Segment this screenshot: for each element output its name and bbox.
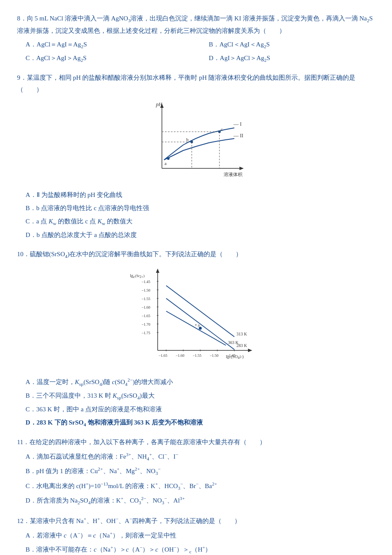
q10-option-a: A．温度一定时，Ksp(SrSO4)随 c(SO42−)的增大而减小 [26, 376, 375, 388]
q9-options: A．Ⅱ 为盐酸稀释时的 pH 变化曲线 B．b 点溶液的导电性比 c 点溶液的导… [26, 189, 375, 241]
svg-text:— I: — I [233, 121, 242, 127]
svg-text:−1.50: −1.50 [141, 288, 150, 292]
question-10: 10．硫酸锶(SrSO4)在水中的沉淀溶解平衡曲线如下。下列说法正确的是（ ） … [17, 249, 375, 429]
svg-text:−1.50: −1.50 [210, 353, 219, 358]
q10-options: A．温度一定时，Ksp(SrSO4)随 c(SO42−)的增大而减小 B．三个不… [26, 376, 375, 429]
q11-option-d: D．所含溶质为 Na2SO4的溶液：K+、CO32−、NO3−、Al3+ [26, 494, 375, 507]
q8-text: 8．向 5 mL NaCl 溶液中滴入一滴 AgNO3溶液，出现白色沉淀，继续滴… [17, 13, 375, 37]
svg-text:−1.45: −1.45 [227, 353, 236, 358]
svg-text:−1.45: −1.45 [141, 280, 150, 284]
q8-option-d: D．AgI＞AgCl＞Ag2S [209, 52, 375, 64]
svg-text:363 K: 363 K [228, 340, 239, 345]
q10-chart: lgc(Sr2+) lgc(SO42-) −1.45 −1.50 −1.55 −… [17, 265, 375, 371]
svg-text:— II: — II [233, 133, 243, 139]
svg-text:b: b [186, 137, 189, 142]
q10-number: 10． [17, 251, 30, 257]
question-8: 8．向 5 mL NaCl 溶液中滴入一滴 AgNO3溶液，出现白色沉淀，继续滴… [17, 13, 375, 64]
q9-option-d: D．b 点酸的总浓度大于 a 点酸的总浓度 [26, 229, 375, 241]
svg-text:−1.60: −1.60 [176, 353, 184, 358]
svg-text:• a: • a [195, 323, 200, 327]
q9-text: 9．某温度下，相同 pH 的盐酸和醋酸溶液分别加水稀释，平衡时 pH 随溶液体积… [17, 72, 375, 96]
ksp-curve-svg: lgc(Sr2+) lgc(SO42-) −1.45 −1.50 −1.55 −… [128, 265, 264, 367]
svg-text:pH: pH [156, 101, 163, 107]
q10-option-c: C．363 K 时，图中 a 点对应的溶液是不饱和溶液 [26, 404, 375, 415]
q9-chart: pH 溶液体积 — I — II a b c [17, 100, 375, 185]
q8-option-a: A．AgCl＝AgI＝Ag2S [26, 39, 192, 51]
svg-text:−1.75: −1.75 [141, 331, 150, 335]
q11-option-a: A．滴加石蕊试液显红色的溶液：Fe3+、NH4+、Cl−、I− [26, 450, 375, 463]
q8-option-row-1: A．AgCl＝AgI＝Ag2S B．AgCl＜AgI＜Ag2S [26, 39, 375, 51]
svg-text:溶液体积: 溶液体积 [224, 172, 242, 177]
svg-marker-21 [248, 349, 252, 352]
q8-number: 8． [17, 15, 27, 22]
svg-line-50 [166, 311, 226, 345]
question-12: 12．某溶液中只含有 Na+、H+、OH−、A−四种离子，下列说法正确的是（ ）… [17, 515, 375, 555]
q11-text: 11．在给定的四种溶液中，加入以下各种离子，各离子能在原溶液中大量共存有（ ） [17, 436, 375, 448]
q8-options: A．AgCl＝AgI＝Ag2S B．AgCl＜AgI＜Ag2S C．AgCl＞A… [26, 39, 375, 65]
svg-text:−1.70: −1.70 [141, 322, 150, 327]
q10-option-b: B．三个不同温度中，313 K 时 Ksp(SrSO4)最大 [26, 390, 375, 402]
question-11: 11．在给定的四种溶液中，加入以下各种离子，各离子能在原溶液中大量共存有（ ） … [17, 436, 375, 507]
q8-option-row-2: C．AgCl＞AgI＞Ag2S D．AgI＞AgCl＞Ag2S [26, 52, 375, 64]
svg-text:313 K: 313 K [236, 332, 248, 336]
q12-options: A．若溶液中 c（A−）＝c（Na+），则溶液一定呈中性 B．溶液中不可能存在：… [26, 529, 375, 555]
svg-text:c: c [221, 127, 223, 132]
svg-text:−1.65: −1.65 [141, 314, 150, 318]
q10-option-d: D．283 K 下的 SrSO4 饱和溶液升温到 363 K 后变为不饱和溶液 [26, 417, 375, 429]
q12-option-a: A．若溶液中 c（A−）＝c（Na+），则溶液一定呈中性 [26, 529, 375, 541]
svg-text:−1.55: −1.55 [193, 353, 202, 358]
svg-text:−1.60: −1.60 [141, 305, 150, 309]
q11-number: 11． [17, 439, 29, 445]
q10-text: 10．硫酸锶(SrSO4)在水中的沉淀溶解平衡曲线如下。下列说法正确的是（ ） [17, 249, 375, 261]
q9-option-c: C．a 点 Kw 的数值比 c 点 Kw 的数值大 [26, 216, 375, 228]
q11-options: A．滴加石蕊试液显红色的溶液：Fe3+、NH4+、Cl−、I− B．pH 值为 … [26, 450, 375, 507]
q9-number: 9． [17, 74, 27, 81]
q8-option-c: C．AgCl＞AgI＞Ag2S [26, 52, 192, 64]
svg-marker-20 [156, 269, 159, 273]
svg-line-49 [166, 298, 234, 350]
svg-marker-3 [239, 167, 244, 170]
q12-text: 12．某溶液中只含有 Na+、H+、OH−、A−四种离子，下列说法正确的是（ ） [17, 515, 375, 527]
q8-option-b: B．AgCl＜AgI＜Ag2S [209, 39, 375, 51]
q12-option-b: B．溶液中不可能存在：c（Na+）＞c（A−）＞c（OH−）＞c（H+） [26, 543, 375, 555]
svg-text:lgc(Sr2+): lgc(Sr2+) [130, 273, 144, 279]
question-9: 9．某温度下，相同 pH 的盐酸和醋酸溶液分别加水稀释，平衡时 pH 随溶液体积… [17, 72, 375, 241]
svg-text:a: a [164, 161, 167, 166]
svg-text:−1.55: −1.55 [141, 297, 150, 301]
q11-option-b: B．pH 值为 1 的溶液：Cu2+、Na+、Mg2+、NO3− [26, 465, 375, 477]
q9-option-a: A．Ⅱ 为盐酸稀释时的 pH 变化曲线 [26, 189, 375, 201]
ph-curve-svg: pH 溶液体积 — I — II a b c [141, 100, 251, 181]
q12-number: 12． [17, 517, 30, 524]
q9-option-b: B．b 点溶液的导电性比 c 点溶液的导电性强 [26, 202, 375, 214]
svg-point-8 [167, 157, 170, 160]
svg-text:−1.65: −1.65 [159, 353, 167, 358]
q11-option-c: C．水电离出来的 c(H+)=10−13mol/L 的溶液：K+、HCO3−、B… [26, 480, 375, 492]
